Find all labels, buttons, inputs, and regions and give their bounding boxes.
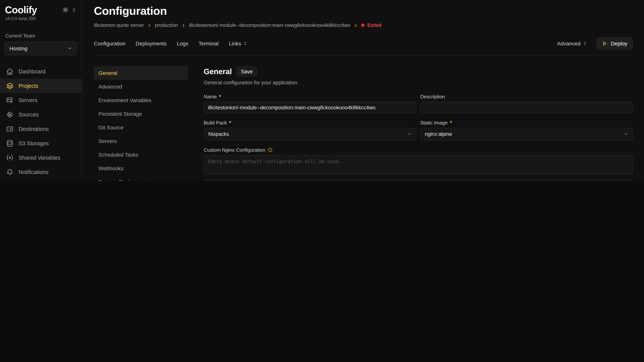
description-label: Description bbox=[420, 94, 445, 99]
advanced-dropdown[interactable]: Advanced bbox=[557, 40, 588, 46]
status-text: Exited bbox=[368, 22, 382, 28]
deploy-label: Deploy bbox=[611, 40, 627, 46]
sidebar-item-notifications[interactable]: Notifications bbox=[0, 165, 82, 179]
bell-icon bbox=[6, 168, 14, 176]
tab-links[interactable]: Links bbox=[229, 40, 248, 46]
sidebar-item-projects[interactable]: Projects bbox=[0, 78, 82, 93]
subnav-item-scheduled-tasks[interactable]: Scheduled Tasks bbox=[94, 148, 188, 162]
generate-nginx-button[interactable]: Generate Default Nginx Configuration bbox=[204, 179, 633, 181]
required-asterisk: * bbox=[450, 120, 452, 126]
sidebar-item-label: Servers bbox=[18, 97, 38, 103]
general-form: General Save General configuration for y… bbox=[204, 66, 633, 181]
subnav-item-preview-deployments[interactable]: Preview Deployments bbox=[94, 175, 188, 181]
status-badge: Exited bbox=[361, 22, 382, 28]
subnav-item-servers[interactable]: Servers bbox=[94, 134, 188, 148]
updown-chevron-icon bbox=[583, 41, 588, 46]
breadcrumb: illicitonion quote server production ill… bbox=[94, 22, 633, 28]
general-subtitle: General configuration for your applicati… bbox=[204, 80, 633, 85]
build-pack-label: Build Pack bbox=[204, 120, 227, 126]
config-subnav: General Advanced Environment Variables P… bbox=[94, 66, 188, 181]
required-asterisk: * bbox=[229, 120, 231, 126]
sidebar-item-sources[interactable]: Sources bbox=[0, 107, 82, 122]
sidebar-item-label: Projects bbox=[18, 83, 38, 89]
team-select-value: Hosting bbox=[10, 45, 28, 51]
sidebar-item-label: Shared Variables bbox=[18, 155, 60, 161]
sidebar-item-label: S3 Storages bbox=[18, 140, 49, 146]
tab-configuration[interactable]: Configuration bbox=[94, 40, 126, 46]
current-team-label: Current Team bbox=[0, 21, 82, 38]
custom-nginx-label: Custom Nginx Configuration bbox=[204, 147, 265, 153]
breadcrumb-environment[interactable]: production bbox=[155, 22, 178, 28]
sidebar-item-shared-variables[interactable]: Shared Variables bbox=[0, 150, 82, 165]
static-image-label: Static Image bbox=[420, 120, 448, 126]
sidebar-item-label: Sources bbox=[18, 111, 38, 117]
updown-chevron-icon bbox=[243, 41, 248, 46]
required-asterisk: * bbox=[219, 94, 221, 99]
home-icon bbox=[6, 67, 14, 75]
build-pack-value: Nixpacks bbox=[208, 131, 229, 137]
layers-icon bbox=[6, 82, 14, 89]
name-input[interactable] bbox=[204, 102, 416, 113]
chevron-down-icon bbox=[624, 132, 628, 137]
deploy-button[interactable]: Deploy bbox=[596, 37, 633, 50]
git-source-icon bbox=[6, 111, 14, 118]
info-icon[interactable] bbox=[268, 148, 272, 152]
static-image-select[interactable]: nginx:alpine bbox=[420, 128, 633, 140]
app-version: v4.0.0-beta.399 bbox=[0, 15, 82, 21]
subnav-item-environment-variables[interactable]: Environment Variables bbox=[94, 93, 188, 107]
tab-links-label: Links bbox=[229, 40, 241, 46]
chevron-right-icon bbox=[181, 23, 186, 27]
sidebar-item-label: Dashboard bbox=[18, 68, 46, 74]
status-dot-icon bbox=[361, 23, 365, 27]
sidebar: Coolify v4.0.0-beta.399 Current Team Hos… bbox=[0, 0, 82, 181]
build-pack-select[interactable]: Nixpacks bbox=[204, 128, 416, 140]
main-area: Configuration illicitonion quote server … bbox=[82, 0, 644, 181]
subnav-item-persistent-storage[interactable]: Persistent Storage bbox=[94, 107, 188, 121]
general-heading: General bbox=[204, 67, 232, 76]
chevron-down-icon bbox=[67, 45, 72, 51]
server-icon bbox=[6, 96, 14, 104]
database-icon bbox=[6, 139, 14, 147]
chevron-down-icon bbox=[407, 132, 412, 137]
variable-icon bbox=[6, 154, 14, 161]
page-title: Configuration bbox=[94, 4, 633, 17]
save-button[interactable]: Save bbox=[236, 66, 258, 77]
breadcrumb-project[interactable]: illicitonion quote server bbox=[94, 22, 144, 28]
name-label: Name bbox=[204, 94, 217, 99]
tab-logs[interactable]: Logs bbox=[177, 40, 188, 46]
chevron-right-icon bbox=[354, 23, 358, 27]
breadcrumb-application[interactable]: illicitestonion/-module--decomposition:m… bbox=[189, 22, 350, 28]
sidebar-nav: Dashboard Projects Servers Sources Desti… bbox=[0, 64, 82, 181]
description-input[interactable] bbox=[420, 102, 633, 113]
custom-nginx-textarea[interactable] bbox=[204, 155, 633, 174]
theme-select-chevrons-icon[interactable] bbox=[72, 7, 76, 12]
sidebar-item-dashboard[interactable]: Dashboard bbox=[0, 64, 82, 78]
map-icon bbox=[6, 125, 14, 133]
app-window: Coolify v4.0.0-beta.399 Current Team Hos… bbox=[0, 0, 644, 181]
tab-terminal[interactable]: Terminal bbox=[198, 40, 219, 46]
sidebar-item-servers[interactable]: Servers bbox=[0, 93, 82, 107]
play-icon bbox=[602, 41, 608, 46]
advanced-label: Advanced bbox=[557, 40, 580, 46]
subnav-item-git-source[interactable]: Git Source bbox=[94, 121, 188, 134]
sidebar-item-s3-storages[interactable]: S3 Storages bbox=[0, 136, 82, 150]
subnav-item-general[interactable]: General bbox=[94, 66, 188, 80]
tabs-row: Configuration Deployments Logs Terminal … bbox=[94, 37, 633, 56]
app-logo: Coolify bbox=[5, 4, 37, 15]
tab-deployments[interactable]: Deployments bbox=[136, 40, 166, 46]
team-select[interactable]: Hosting bbox=[4, 41, 77, 55]
subnav-item-webhooks[interactable]: Webhooks bbox=[94, 162, 188, 175]
static-image-value: nginx:alpine bbox=[425, 131, 452, 137]
sidebar-item-label: Destinations bbox=[18, 126, 49, 132]
chevron-right-icon bbox=[147, 23, 152, 27]
theme-toggle-sun-icon[interactable] bbox=[62, 7, 68, 13]
sidebar-item-destinations[interactable]: Destinations bbox=[0, 122, 82, 136]
sidebar-item-label: Notifications bbox=[18, 169, 48, 175]
sidebar-item-keys-tokens[interactable]: Keys & Tokens bbox=[0, 179, 82, 181]
subnav-item-advanced[interactable]: Advanced bbox=[94, 80, 188, 93]
